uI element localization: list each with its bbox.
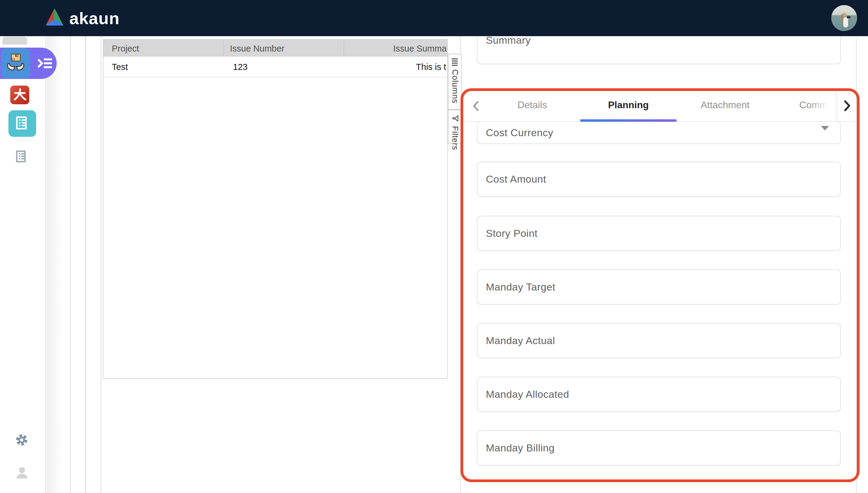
issues-table: Project Issue Number Issue Summa Test 12… [103,39,448,379]
column-divider[interactable] [344,40,344,57]
filter-funnel-icon [451,115,459,122]
issue-detail-panel: Summary Cost Currency Details Planning A… [460,36,868,493]
table-row[interactable]: Test 123 This is t [103,57,447,78]
cost-amount-label: Cost Amount [486,173,546,185]
hands-package-icon [6,53,25,74]
list-form-icon [16,116,29,131]
columns-side-tab[interactable]: Columns [448,53,462,110]
filters-side-tab[interactable]: Filters [448,110,462,144]
sidebar-item-forms-active[interactable] [8,110,36,137]
sidebar-item-forms[interactable] [16,151,28,163]
tab-overflow-fade [809,90,836,121]
active-tab-underline [580,119,677,122]
manday-target-label: Manday Target [486,281,556,293]
tab-strip-edge-shadow [835,90,839,121]
cost-currency-label: Cost Currency [486,127,554,138]
indent-menu-icon[interactable] [37,56,52,72]
manday-target-field[interactable]: Manday Target [477,270,841,305]
panel-divider [70,36,71,493]
dahua-character-icon [13,87,27,103]
manday-actual-field[interactable]: Manday Actual [477,323,841,358]
manday-billing-label: Manday Billing [486,442,555,454]
cell-issue-summary: This is t [416,57,446,78]
column-divider[interactable] [223,40,224,57]
tab-planning[interactable]: Planning [604,100,652,113]
panel-right-border [856,37,856,493]
column-header-project[interactable]: Project [112,40,139,57]
top-bar: akaun [0,0,868,36]
settings-gear-icon[interactable] [15,433,29,448]
logo-triangle-icon [45,8,65,28]
story-point-field[interactable]: Story Point [477,216,841,251]
story-point-label: Story Point [486,228,538,239]
collapsed-drawer [46,36,70,493]
tabs-scroll-right-button[interactable] [842,100,852,113]
app-logo[interactable]: akaun [45,8,120,28]
sidebar-item-logistics[interactable] [1,48,30,78]
manday-billing-field[interactable]: Manday Billing [477,430,841,466]
cell-issue-number: 123 [233,57,247,78]
app-sidebar [0,36,46,493]
tab-attachment[interactable]: Attachment [701,100,749,113]
sidebar-item-partial [2,37,27,45]
manday-allocated-label: Manday Allocated [486,388,569,400]
manday-allocated-field[interactable]: Manday Allocated [477,377,841,412]
columns-tab-label: Columns [450,69,460,104]
cost-amount-field[interactable]: Cost Amount [477,162,841,197]
cost-currency-select[interactable]: Cost Currency [477,121,841,144]
sidebar-item-dahua-app[interactable] [10,86,29,104]
dropdown-arrow-icon[interactable] [821,126,829,130]
columns-icon [452,59,458,66]
user-avatar[interactable] [831,5,857,31]
panel-divider [101,36,101,493]
user-profile-icon[interactable] [15,466,29,481]
tabs-scroll-left-button[interactable] [471,101,480,113]
column-header-issue-summary[interactable]: Issue Summa [393,40,447,57]
detail-tab-bar: Details Planning Attachment Comme [461,90,856,122]
filters-tab-label: Filters [450,126,460,150]
manday-actual-label: Manday Actual [486,335,555,346]
table-header-row: Project Issue Number Issue Summa [103,39,447,57]
column-header-issue-number[interactable]: Issue Number [230,40,284,57]
logo-wordmark: akaun [69,8,120,28]
cell-project: Test [112,57,128,78]
panel-divider [85,36,86,493]
tab-details[interactable]: Details [508,100,556,113]
list-form-icon [16,150,28,164]
